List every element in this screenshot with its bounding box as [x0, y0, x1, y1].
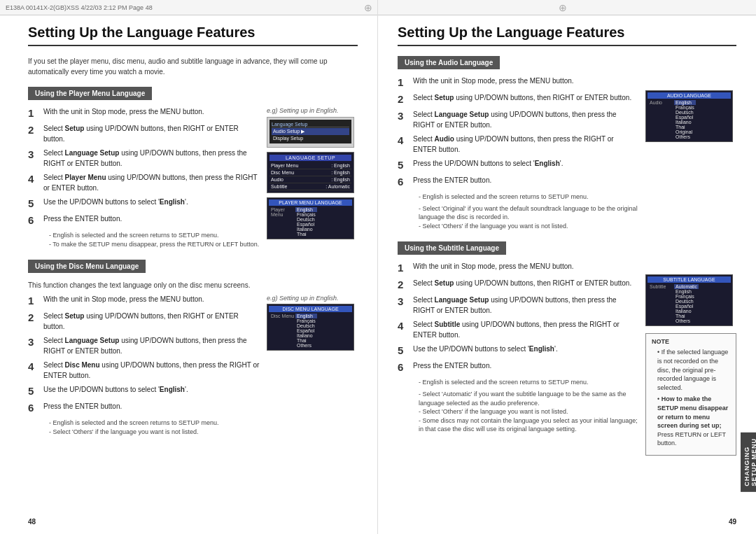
disc-screen-images: e.g) Setting up in English. DISC MENU LA… [267, 295, 358, 436]
section-header-disc: Using the Disc Menu Language [28, 260, 146, 273]
step-item: 2 Select Setup using UP/DOWN buttons, th… [398, 279, 638, 291]
step-item: 5 Use the UP/DOWN buttons to select 'Eng… [398, 344, 638, 357]
step-item: 6 Press the ENTER button. [28, 214, 260, 227]
step-item: 5 Press the UP/DOWN buttons to select 'E… [398, 159, 638, 171]
player-menu-content: 1 With the unit in Stop mode, press the … [28, 107, 358, 248]
step-item: 4 Select Player Menu using UP/DOWN butto… [28, 173, 260, 193]
player-notes: English is selected and the screen retur… [43, 231, 260, 248]
subtitle-lang-screen: SUBTITLE LANGUAGE Subtitle Automatic Eng… [645, 274, 733, 326]
subtitle-screen-images: SUBTITLE LANGUAGE Subtitle Automatic Eng… [645, 262, 736, 456]
section-subtitle-lang: Using the Subtitle Language 1 With the u… [398, 241, 736, 456]
step-item: 4 Select Disc Menu using UP/DOWN buttons… [28, 360, 260, 381]
dvd-screen: Language Setup Audio Setup ▶ Display Set… [270, 120, 351, 143]
step-item: 6 Press the ENTER button. [398, 361, 638, 374]
section-header-player: Using the Player Menu Language [28, 87, 152, 100]
step-item: 3 Select Language Setup using UP/DOWN bu… [28, 336, 260, 356]
disc-intro: This function changes the text language … [28, 280, 358, 290]
player-step-list: 1 With the unit in Stop mode, press the … [28, 107, 260, 227]
dvd-device-mock: Language Setup Audio Setup ▶ Display Set… [267, 117, 354, 148]
section-disc-menu: Using the Disc Menu Language This functi… [28, 260, 358, 436]
step-item: 3 Select Language Setup using UP/DOWN bu… [398, 110, 638, 130]
note-box: NOTE If the selected language is not rec… [645, 333, 736, 456]
note-list: If the selected language is not recorded… [652, 348, 730, 448]
player-screen-images: e.g) Setting up in English. Language Set… [267, 107, 358, 248]
step-item: 5 Use the UP/DOWN buttons to select 'Eng… [28, 385, 260, 398]
step-item: 1 With the unit in Stop mode, press the … [398, 76, 638, 89]
section-header-subtitle: Using the Subtitle Language [398, 241, 506, 255]
subtitle-lang-content: 1 With the unit in Stop mode, press the … [398, 262, 736, 456]
disc-lang-screen: DISC MENU LANGUAGE Disc Menu English Fra… [267, 304, 354, 351]
page-number-right: 49 [729, 518, 736, 526]
vertical-tab-changing-setup: CHANGINGSETUP MENU [741, 433, 756, 492]
step-item: 1 With the unit in Stop mode, press the … [28, 107, 260, 120]
audio-lang-screen: AUDIO LANGUAGE Audio English Français De… [645, 90, 733, 142]
step-item: 5 Use the UP/DOWN buttons to select 'Eng… [28, 197, 260, 210]
audio-notes-6: English is selected and the screen retur… [413, 192, 638, 202]
step-item: 2 Select Setup using UP/DOWN buttons, th… [28, 311, 260, 332]
subtitle-note6: English is selected and the screen retur… [413, 378, 638, 387]
step-item: 1 With the unit in Stop mode, press the … [398, 262, 638, 274]
step-item: 4 Select Subtitle using UP/DOWN buttons,… [398, 320, 638, 340]
disc-menu-content: 1 With the unit in Stop mode, press the … [28, 295, 358, 436]
setup-screen-mock: LANGUAGE SETUP Player Menu: English Disc… [267, 152, 354, 193]
audio-step-list: 1 With the unit in Stop mode, press the … [398, 76, 638, 188]
left-page-title: Setting Up the Language Features [28, 24, 358, 46]
note-title: NOTE [652, 338, 730, 345]
right-page: Setting Up the Language Features Using t… [378, 0, 756, 534]
step-item: 6 Press the ENTER button. [398, 176, 638, 188]
note-item: If the selected language is not recorded… [652, 348, 730, 392]
right-page-title: Setting Up the Language Features [398, 24, 736, 46]
step-item: 3 Select Language Setup using UP/DOWN bu… [398, 295, 638, 316]
note-item: How to make the SETUP menu disappear or … [652, 395, 730, 448]
audio-notes: Select 'Original' if you want the defaul… [413, 204, 638, 231]
disc-step-list: 1 With the unit in Stop mode, press the … [28, 295, 260, 414]
player-steps-col: 1 With the unit in Stop mode, press the … [28, 107, 260, 248]
player-lang-screen: PLAYER MENU LANGUAGE Player Menu English… [267, 197, 354, 239]
left-page: Setting Up the Language Features If you … [0, 0, 378, 534]
section-audio-lang: Using the Audio Language 1 With the unit… [398, 56, 736, 230]
step-item: 3 Select Language Setup using UP/DOWN bu… [28, 148, 260, 169]
step-item: 2 Select Setup using UP/DOWN buttons, th… [28, 124, 260, 144]
subtitle-steps-col: 1 With the unit in Stop mode, press the … [398, 262, 638, 456]
section-header-audio: Using the Audio Language [398, 56, 500, 69]
disc-notes: English is selected and the screen retur… [43, 419, 260, 436]
eg-label: e.g) Setting up in English. [267, 107, 358, 114]
step-item: 4 Select Audio using UP/DOWN buttons, th… [398, 134, 638, 155]
eg-label-disc: e.g) Setting up in English. [267, 295, 358, 302]
audio-lang-content: 1 With the unit in Stop mode, press the … [398, 76, 736, 230]
intro-text: If you set the player menu, disc menu, a… [28, 56, 358, 77]
page-number-left: 48 [28, 518, 36, 526]
step-item: 6 Press the ENTER button. [28, 402, 260, 414]
subtitle-step-list: 1 With the unit in Stop mode, press the … [398, 262, 638, 374]
subtitle-notes: Select 'Automatic' if you want the subti… [413, 390, 638, 434]
step-item: 2 Select Setup using UP/DOWN buttons, th… [398, 93, 638, 106]
audio-screen-images: AUDIO LANGUAGE Audio English Français De… [645, 76, 736, 230]
audio-steps-col: 1 With the unit in Stop mode, press the … [398, 76, 638, 230]
step-item: 1 With the unit in Stop mode, press the … [28, 295, 260, 307]
section-player-menu: Using the Player Menu Language 1 With th… [28, 87, 358, 248]
disc-steps-col: 1 With the unit in Stop mode, press the … [28, 295, 260, 436]
